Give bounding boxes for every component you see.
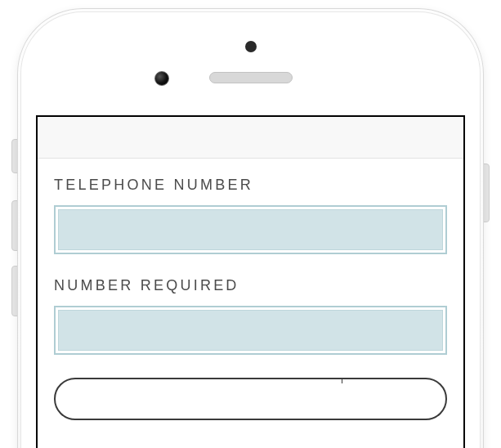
form-content: TELEPHONE NUMBER NUMBER REQUIRED <box>38 159 463 420</box>
number-required-label: NUMBER REQUIRED <box>54 277 447 294</box>
telephone-number-field-wrapper <box>54 205 447 254</box>
earpiece-speaker-icon <box>209 72 293 83</box>
device-inner: TELEPHONE NUMBER NUMBER REQUIRED <box>20 11 481 448</box>
rounded-input[interactable] <box>56 379 445 419</box>
proximity-sensor-icon <box>245 41 257 52</box>
status-bar <box>38 117 463 159</box>
rounded-input-wrapper <box>54 378 447 420</box>
telephone-number-field-inner <box>58 209 443 250</box>
screen: TELEPHONE NUMBER NUMBER REQUIRED <box>36 115 465 448</box>
number-required-field-inner <box>58 310 443 351</box>
telephone-number-input[interactable] <box>59 210 442 249</box>
number-required-field-wrapper <box>54 306 447 355</box>
telephone-number-label: TELEPHONE NUMBER <box>54 177 447 194</box>
device-frame: TELEPHONE NUMBER NUMBER REQUIRED <box>17 8 484 448</box>
front-camera-icon <box>154 71 169 86</box>
number-required-input[interactable] <box>59 311 442 350</box>
